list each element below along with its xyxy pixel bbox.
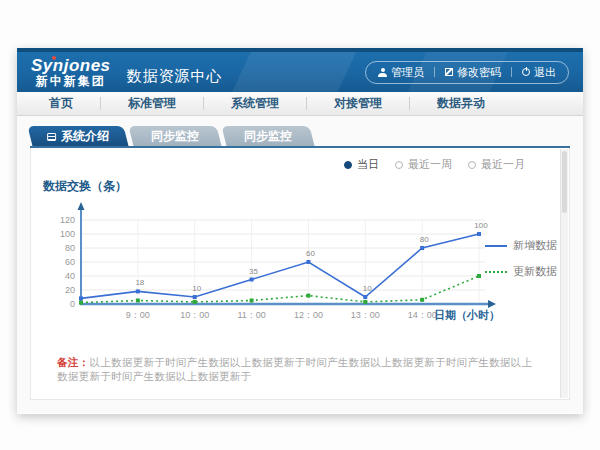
footnote-text: 以上数据更新于时间产生数据以上数据更新于时间产生数据以上数据更新于时间产生数据以…: [57, 356, 532, 382]
power-icon: [522, 68, 530, 76]
content-area: 系统介绍 同步监控 同步监控 当日: [17, 116, 583, 413]
svg-text:20: 20: [65, 285, 75, 295]
app-header: Synjones 新中新集团 数据资源中心 管理员 修改密码 退出: [17, 52, 583, 92]
filter-label: 最近一周: [408, 157, 452, 172]
filter-label: 当日: [357, 157, 379, 172]
pill-divider: [511, 67, 512, 77]
svg-text:12：00: 12：00: [294, 310, 323, 320]
page-background: Synjones 新中新集团 数据资源中心 管理员 修改密码 退出: [0, 0, 600, 450]
svg-text:10: 10: [363, 284, 372, 293]
main-nav: 首页 标准管理 系统管理 对接管理 数据异动: [17, 92, 583, 116]
admin-label: 管理员: [391, 65, 424, 80]
svg-text:日期（小时）: 日期（小时）: [434, 309, 500, 322]
svg-text:18: 18: [135, 278, 144, 287]
nav-item-home[interactable]: 首页: [17, 95, 100, 112]
logo: Synjones 新中新集团: [31, 57, 111, 87]
user-menu: 管理员 修改密码 退出: [365, 61, 569, 84]
chart-wrapper: 0204060801001209：0010：0011：0012：0013：001…: [47, 194, 502, 334]
legend-item-new-data: 新增数据: [485, 238, 557, 253]
chart-panel: 当日 最近一周 最近一月 数据交换（条） 0204060801001209：00…: [30, 148, 570, 400]
y-axis-title: 数据交换（条）: [43, 178, 127, 195]
filter-last-month[interactable]: 最近一月: [468, 157, 525, 172]
dotted-line-swatch-icon: [485, 271, 507, 273]
change-password-button[interactable]: 修改密码: [445, 65, 501, 80]
radio-icon: [468, 161, 476, 169]
filter-last-week[interactable]: 最近一周: [395, 157, 452, 172]
logout-button[interactable]: 退出: [522, 65, 556, 80]
tab-bar: 系统介绍 同步监控 同步监控: [30, 126, 570, 148]
legend-label: 更新数据: [513, 264, 557, 279]
logout-label: 退出: [534, 65, 556, 80]
svg-text:80: 80: [420, 235, 429, 244]
radio-icon: [395, 161, 403, 169]
svg-text:120: 120: [60, 215, 75, 225]
svg-text:10：00: 10：00: [180, 310, 209, 320]
chart-filters: 当日 最近一周 最近一月: [344, 157, 525, 172]
nav-item-standard-mgmt[interactable]: 标准管理: [101, 95, 203, 112]
svg-text:14：00: 14：00: [408, 310, 437, 320]
svg-text:13：00: 13：00: [351, 310, 380, 320]
nav-item-system-mgmt[interactable]: 系统管理: [204, 95, 306, 112]
pill-divider: [434, 67, 435, 77]
svg-text:40: 40: [65, 271, 75, 281]
filter-label: 最近一月: [481, 157, 525, 172]
panel-scrollbar[interactable]: [560, 149, 568, 398]
svg-text:100: 100: [60, 229, 75, 239]
nav-item-data-change[interactable]: 数据异动: [410, 95, 512, 112]
logo-company: 新中新集团: [31, 75, 111, 88]
app-title: 数据资源中心: [127, 59, 223, 86]
document-icon: [47, 132, 56, 140]
tab-label: 系统介绍: [61, 128, 109, 145]
tab-sync-monitor-1[interactable]: 同步监控: [129, 126, 222, 146]
logo-accent-dot: [52, 56, 56, 60]
app-window: Synjones 新中新集团 数据资源中心 管理员 修改密码 退出: [17, 48, 583, 414]
radio-selected-icon: [344, 161, 352, 169]
svg-text:35: 35: [249, 267, 258, 276]
svg-text:60: 60: [306, 249, 315, 258]
solid-line-swatch-icon: [485, 245, 507, 247]
scrollbar-thumb[interactable]: [562, 151, 567, 213]
logo-name: Synjones: [31, 57, 111, 75]
svg-text:60: 60: [65, 257, 75, 267]
tab-label: 同步监控: [151, 128, 199, 145]
svg-text:9：00: 9：00: [126, 310, 150, 320]
footnote: 备注：以上数据更新于时间产生数据以上数据更新于时间产生数据以上数据更新于时间产生…: [57, 356, 535, 384]
filter-today[interactable]: 当日: [344, 157, 379, 172]
line-chart: 0204060801001209：0010：0011：0012：0013：001…: [47, 194, 502, 334]
chart-legend: 新增数据 更新数据: [485, 238, 557, 279]
user-icon: [378, 68, 387, 77]
legend-label: 新增数据: [513, 238, 557, 253]
tab-sync-monitor-2[interactable]: 同步监控: [222, 126, 315, 146]
svg-text:0: 0: [70, 299, 75, 309]
admin-menu-item[interactable]: 管理员: [378, 65, 424, 80]
tab-label: 同步监控: [244, 128, 292, 145]
svg-text:100: 100: [474, 221, 488, 230]
edit-icon: [445, 68, 453, 76]
legend-item-update-data: 更新数据: [485, 264, 557, 279]
svg-text:80: 80: [65, 243, 75, 253]
change-password-label: 修改密码: [457, 65, 501, 80]
tab-system-intro[interactable]: 系统介绍: [28, 126, 129, 146]
svg-text:10: 10: [192, 284, 201, 293]
svg-text:11：00: 11：00: [237, 310, 265, 320]
nav-item-interface-mgmt[interactable]: 对接管理: [307, 95, 409, 112]
footnote-prefix: 备注：: [57, 356, 89, 368]
